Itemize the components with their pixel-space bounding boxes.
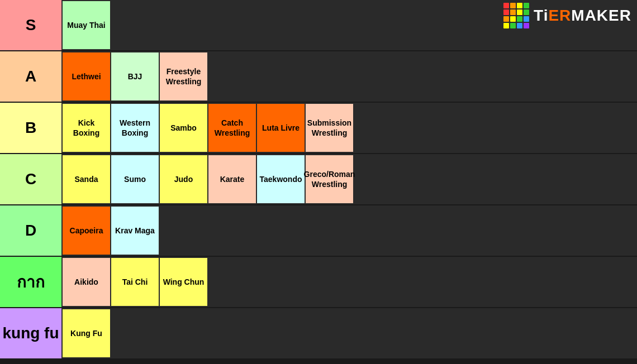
tier-item-2-5[interactable]: Submission Wrestling (306, 104, 353, 152)
tier-item-1-1[interactable]: BJJ (111, 52, 159, 100)
logo-grid (503, 3, 529, 28)
tier-item-1-2[interactable]: Freestyle Wrestling (160, 52, 207, 100)
tier-item-2-4[interactable]: Luta Livre (257, 104, 305, 152)
tier-row-2: BKick BoxingWestern BoxingSamboCatch Wre… (0, 103, 637, 154)
tier-item-1-0[interactable]: Lethwei (63, 52, 110, 100)
tier-items-1: LethweiBJJFreestyle Wrestling (61, 51, 637, 102)
tier-item-2-0[interactable]: Kick Boxing (63, 104, 110, 152)
tier-label-0: S (0, 0, 61, 50)
tier-item-0-0[interactable]: Muay Thai (63, 1, 110, 49)
tier-items-2: Kick BoxingWestern BoxingSamboCatch Wres… (61, 103, 637, 153)
tier-item-3-2[interactable]: Judo (160, 155, 207, 203)
tier-item-5-2[interactable]: Wing Chun (160, 258, 207, 306)
tier-label-6: kung fu (0, 308, 61, 358)
tier-item-6-0[interactable]: Kung Fu (63, 309, 110, 357)
logo-area: ​TiERMAKER (503, 3, 631, 28)
page-wrapper: ​TiERMAKER SMuay ThaiALethweiBJJFreestyl… (0, 0, 637, 360)
tier-item-2-3[interactable]: Catch Wrestling (208, 104, 256, 152)
tier-items-6: Kung Fu (61, 308, 637, 358)
tier-items-3: SandaSumoJudoKarateTaekwondoGreco/Roman … (61, 154, 637, 204)
logo-text: ​TiERMAKER (534, 7, 631, 25)
tier-label-3: C (0, 154, 61, 204)
tier-items-5: AikidoTai ChiWing Chun (61, 257, 637, 307)
tier-label-2: B (0, 103, 61, 153)
tier-item-3-0[interactable]: Sanda (63, 155, 110, 203)
tier-label-4: D (0, 205, 61, 256)
tier-item-3-1[interactable]: Sumo (111, 155, 159, 203)
tier-row-5: กากAikidoTai ChiWing Chun (0, 257, 637, 308)
tier-item-2-1[interactable]: Western Boxing (111, 104, 159, 152)
tier-item-4-0[interactable]: Capoeira (63, 207, 110, 255)
tier-label-5: กาก (0, 257, 61, 307)
tier-row-6: kung fuKung Fu (0, 308, 637, 360)
tier-item-4-1[interactable]: Krav Maga (111, 207, 159, 255)
tier-item-3-5[interactable]: Greco/Roman Wrestling (306, 155, 353, 203)
tier-item-3-3[interactable]: Karate (208, 155, 256, 203)
tier-label-1: A (0, 51, 61, 102)
tier-row-4: DCapoeiraKrav Maga (0, 205, 637, 257)
tier-row-1: ALethweiBJJFreestyle Wrestling (0, 51, 637, 103)
tier-item-2-2[interactable]: Sambo (160, 104, 207, 152)
tier-item-5-0[interactable]: Aikido (63, 258, 110, 306)
tier-item-5-1[interactable]: Tai Chi (111, 258, 159, 306)
tier-container: SMuay ThaiALethweiBJJFreestyle Wrestling… (0, 0, 637, 360)
tier-item-3-4[interactable]: Taekwondo (257, 155, 305, 203)
tier-items-4: CapoeiraKrav Maga (61, 205, 637, 256)
tier-row-3: CSandaSumoJudoKarateTaekwondoGreco/Roman… (0, 154, 637, 205)
